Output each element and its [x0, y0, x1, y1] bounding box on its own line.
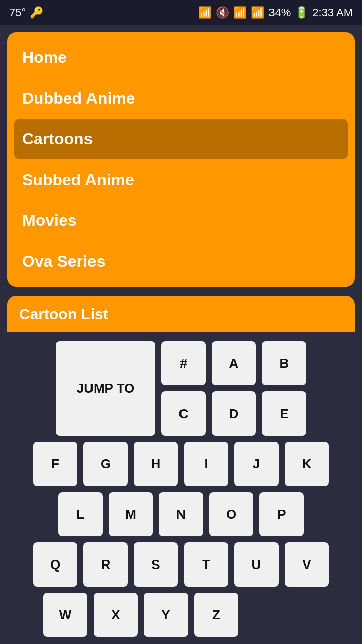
jump-e-button[interactable]: E	[262, 391, 306, 436]
sidebar-item-dubbed-anime[interactable]: Dubbed Anime	[7, 78, 355, 119]
jump-u-button[interactable]: U	[234, 542, 279, 587]
sidebar-item-ova-series[interactable]: Ova Series	[7, 241, 355, 282]
jump-d-button[interactable]: D	[212, 391, 256, 436]
sidebar-item-subbed-anime[interactable]: Subbed Anime	[7, 159, 355, 200]
jump-row-lmnop: L M N O P	[14, 492, 348, 536]
mute-icon: 🔇	[216, 6, 229, 19]
jump-l-button[interactable]: L	[58, 492, 103, 536]
signal-icon: 📶	[251, 6, 264, 19]
jump-n-button[interactable]: N	[159, 492, 203, 536]
jump-g-button[interactable]: G	[83, 442, 128, 486]
jump-r-button[interactable]: R	[83, 542, 128, 587]
jump-j-button[interactable]: J	[234, 442, 279, 486]
status-bar: 75° 🔑 📶 🔇 📶 📶 34% 🔋 2:33 AM	[0, 0, 362, 25]
wifi-icon: 📶	[233, 6, 247, 19]
jump-m-button[interactable]: M	[109, 492, 153, 536]
jump-i-button[interactable]: I	[184, 442, 228, 486]
status-left: 75° 🔑	[9, 6, 43, 19]
cartoon-list-card: Cartoon List JUMP TO # A B C D E F G	[7, 296, 355, 644]
jump-q-button[interactable]: Q	[33, 542, 77, 587]
bluetooth-icon: 📶	[198, 6, 212, 19]
jump-f-button[interactable]: F	[33, 442, 77, 486]
jump-top-row-cde: C D E	[161, 391, 306, 436]
sidebar-item-home[interactable]: Home	[7, 37, 355, 78]
jump-z-button[interactable]: Z	[194, 593, 238, 637]
jump-a-button[interactable]: A	[212, 341, 256, 385]
jump-t-button[interactable]: T	[184, 542, 228, 587]
jump-b-button[interactable]: B	[262, 341, 306, 385]
jump-row-fghijk: F G H I J K	[14, 442, 348, 486]
jump-p-button[interactable]: P	[259, 492, 304, 536]
nav-card: Home Dubbed Anime Cartoons Subbed Anime …	[7, 32, 355, 287]
jump-o-button[interactable]: O	[209, 492, 253, 536]
sidebar-item-movies[interactable]: Movies	[7, 200, 355, 241]
jump-w-button[interactable]: W	[43, 593, 87, 637]
temperature: 75°	[9, 6, 26, 19]
jump-hash-button[interactable]: #	[161, 341, 206, 385]
jump-to-button[interactable]: JUMP TO	[56, 341, 155, 436]
jump-y-button[interactable]: Y	[144, 593, 188, 637]
sidebar-item-cartoons[interactable]: Cartoons	[14, 119, 348, 159]
clock: 2:33 AM	[312, 6, 353, 19]
status-right: 📶 🔇 📶 📶 34% 🔋 2:33 AM	[198, 6, 353, 19]
key-icon: 🔑	[30, 6, 43, 19]
jump-row-1: JUMP TO # A B C D E	[14, 341, 348, 436]
jump-h-button[interactable]: H	[134, 442, 178, 486]
jump-btn-group-top: # A B C D E	[161, 341, 306, 436]
jump-x-button[interactable]: X	[94, 593, 138, 637]
jump-top-row-hash-ab: # A B	[161, 341, 306, 385]
battery-pct: 34%	[268, 6, 291, 19]
jump-c-button[interactable]: C	[161, 391, 206, 436]
jump-k-button[interactable]: K	[285, 442, 329, 486]
jump-row-wxyz: W X Y Z	[14, 593, 348, 637]
jump-v-button[interactable]: V	[285, 542, 329, 587]
cartoon-list-title: Cartoon List	[7, 296, 355, 332]
battery-icon: 🔋	[295, 6, 308, 19]
jump-grid-container: JUMP TO # A B C D E F G H I J K	[7, 332, 355, 644]
jump-row-qrstuv: Q R S T U V	[14, 542, 348, 587]
jump-s-button[interactable]: S	[134, 542, 178, 587]
